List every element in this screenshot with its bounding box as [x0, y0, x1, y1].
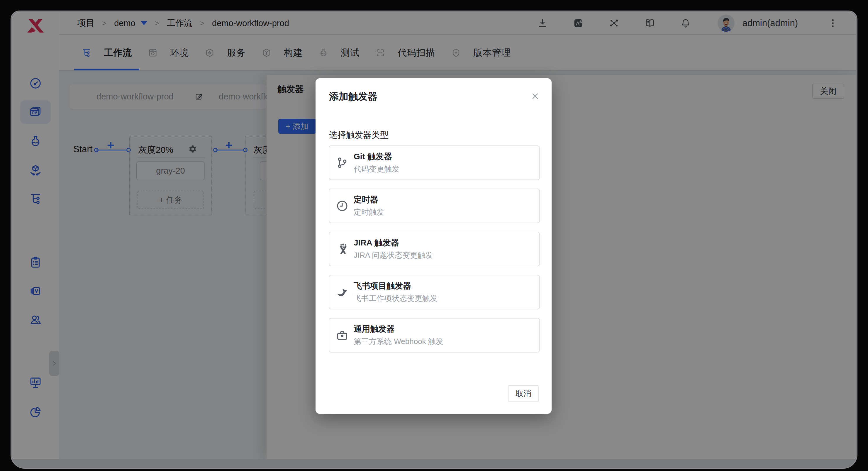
- trigger-type-timer[interactable]: 定时器 定时触发: [329, 189, 540, 223]
- trigger-type-title: 飞书项目触发器: [354, 282, 437, 291]
- feishu-bird-icon: [336, 285, 349, 299]
- trigger-type-desc: 第三方系统 Webhook 触发: [354, 337, 443, 346]
- briefcase-icon: [336, 328, 349, 342]
- trigger-type-feishu[interactable]: 飞书项目触发器 飞书工作项状态变更触发: [329, 275, 540, 309]
- trigger-type-desc: 代码变更触发: [354, 165, 399, 173]
- clock-icon: [336, 199, 349, 213]
- cancel-label: 取消: [516, 388, 531, 399]
- trigger-type-git[interactable]: Git 触发器 代码变更触发: [329, 146, 540, 180]
- jira-icon: [336, 242, 349, 256]
- trigger-type-webhook[interactable]: 通用触发器 第三方系统 Webhook 触发: [329, 318, 540, 352]
- trigger-type-title: 定时器: [354, 195, 384, 205]
- app-window: PM 项目 >: [12, 12, 856, 459]
- modal-subtitle: 选择触发器类型: [329, 129, 389, 141]
- trigger-type-jira[interactable]: JIRA 触发器 JIRA 问题状态变更触发: [329, 232, 540, 266]
- add-trigger-modal: 添加触发器 选择触发器类型 Git 触发器 代码变更触发 定时器 定时触发: [315, 78, 552, 414]
- window-frame: PM 项目 >: [10, 10, 858, 469]
- trigger-type-title: 通用触发器: [354, 325, 443, 334]
- trigger-type-desc: 定时触发: [354, 208, 384, 216]
- cancel-button[interactable]: 取消: [508, 385, 539, 402]
- trigger-type-title: JIRA 触发器: [354, 239, 433, 248]
- trigger-type-desc: JIRA 问题状态变更触发: [354, 251, 433, 259]
- close-icon[interactable]: [531, 92, 539, 101]
- git-branch-icon: [336, 156, 349, 169]
- trigger-type-title: Git 触发器: [354, 152, 399, 161]
- trigger-type-desc: 飞书工作项状态变更触发: [354, 294, 437, 303]
- modal-title: 添加触发器: [329, 90, 377, 103]
